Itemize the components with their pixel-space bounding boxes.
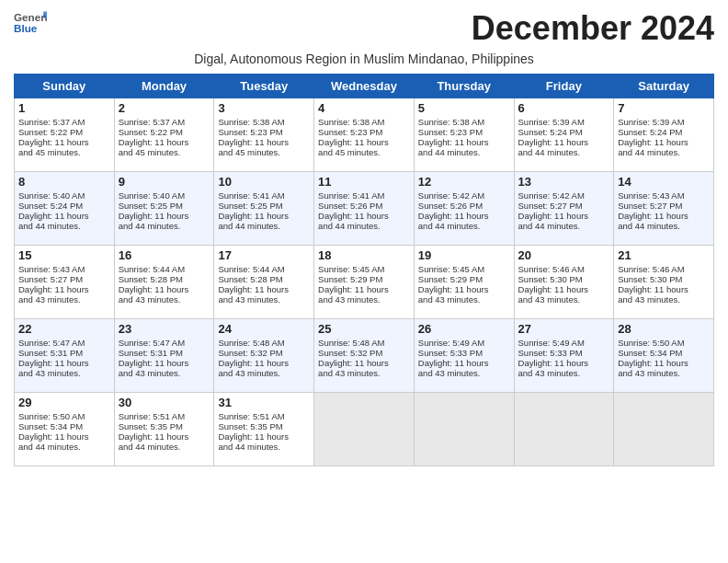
- month-title: December 2024: [472, 9, 714, 48]
- cell-text: and 44 minutes.: [18, 221, 110, 231]
- cell-text: Sunset: 5:22 PM: [18, 127, 110, 137]
- cell-text: Sunset: 5:25 PM: [119, 201, 210, 211]
- cell-text: and 43 minutes.: [218, 368, 310, 378]
- cell-text: Daylight: 11 hours: [218, 137, 310, 147]
- cell-text: Daylight: 11 hours: [518, 284, 610, 294]
- cell-text: Sunset: 5:28 PM: [218, 274, 310, 284]
- cell-text: Daylight: 11 hours: [318, 284, 410, 294]
- calendar-cell: 28Sunrise: 5:50 AMSunset: 5:34 PMDayligh…: [614, 319, 714, 393]
- cell-text: Sunrise: 5:40 AM: [18, 190, 110, 201]
- cell-text: Daylight: 11 hours: [119, 284, 210, 294]
- cell-text: and 43 minutes.: [218, 294, 310, 304]
- calendar-cell: 24Sunrise: 5:48 AMSunset: 5:32 PMDayligh…: [214, 319, 314, 393]
- day-number: 18: [318, 248, 410, 262]
- calendar-cell: 2Sunrise: 5:37 AMSunset: 5:22 PMDaylight…: [114, 98, 214, 172]
- calendar-header-row: SundayMondayTuesdayWednesdayThursdayFrid…: [15, 75, 714, 98]
- cell-text: and 44 minutes.: [119, 442, 210, 452]
- calendar-cell: 19Sunrise: 5:45 AMSunset: 5:29 PMDayligh…: [414, 246, 514, 319]
- cell-text: Daylight: 11 hours: [18, 431, 110, 442]
- svg-text:Blue: Blue: [14, 22, 38, 34]
- day-number: 2: [119, 101, 210, 115]
- calendar-cell: 17Sunrise: 5:44 AMSunset: 5:28 PMDayligh…: [214, 246, 314, 319]
- day-number: 27: [518, 322, 610, 336]
- cell-text: Sunrise: 5:39 AM: [618, 117, 710, 127]
- cell-text: Sunrise: 5:48 AM: [318, 338, 410, 348]
- cell-text: and 44 minutes.: [418, 221, 510, 231]
- cell-text: Daylight: 11 hours: [618, 211, 710, 221]
- day-number: 5: [418, 101, 510, 115]
- day-number: 12: [418, 175, 510, 189]
- cell-text: Sunrise: 5:51 AM: [218, 411, 310, 421]
- calendar-cell: 8Sunrise: 5:40 AMSunset: 5:24 PMDaylight…: [15, 172, 115, 246]
- day-number: 13: [518, 175, 610, 189]
- calendar-cell: 26Sunrise: 5:49 AMSunset: 5:33 PMDayligh…: [414, 319, 514, 393]
- calendar-week-row: 1Sunrise: 5:37 AMSunset: 5:22 PMDaylight…: [15, 98, 714, 172]
- day-number: 3: [218, 101, 310, 115]
- cell-text: Sunset: 5:30 PM: [618, 274, 710, 284]
- cell-text: Daylight: 11 hours: [318, 137, 410, 147]
- cell-text: and 45 minutes.: [318, 147, 410, 157]
- cell-text: Daylight: 11 hours: [119, 137, 210, 147]
- cell-text: Sunrise: 5:42 AM: [418, 190, 510, 201]
- page-subtitle: Digal, Autonomous Region in Muslim Minda…: [14, 52, 714, 66]
- cell-text: and 43 minutes.: [318, 294, 410, 304]
- day-header-monday: Monday: [114, 75, 214, 98]
- day-number: 8: [18, 175, 110, 189]
- cell-text: Sunrise: 5:40 AM: [119, 190, 210, 201]
- cell-text: and 43 minutes.: [119, 294, 210, 304]
- cell-text: and 44 minutes.: [518, 221, 610, 231]
- cell-text: Sunrise: 5:37 AM: [119, 117, 210, 127]
- cell-text: and 43 minutes.: [18, 368, 110, 378]
- cell-text: Sunset: 5:24 PM: [18, 201, 110, 211]
- calendar-week-row: 29Sunrise: 5:50 AMSunset: 5:34 PMDayligh…: [15, 393, 714, 466]
- cell-text: Sunrise: 5:42 AM: [518, 190, 610, 201]
- cell-text: Sunset: 5:32 PM: [218, 348, 310, 358]
- calendar-cell: 10Sunrise: 5:41 AMSunset: 5:25 PMDayligh…: [214, 172, 314, 246]
- day-number: 4: [318, 101, 410, 115]
- cell-text: Daylight: 11 hours: [218, 284, 310, 294]
- day-number: 30: [119, 396, 210, 409]
- day-number: 20: [518, 248, 610, 262]
- cell-text: Sunrise: 5:48 AM: [218, 338, 310, 348]
- calendar-week-row: 15Sunrise: 5:43 AMSunset: 5:27 PMDayligh…: [15, 246, 714, 319]
- cell-text: Sunrise: 5:43 AM: [618, 190, 710, 201]
- cell-text: Sunset: 5:26 PM: [318, 201, 410, 211]
- cell-text: and 45 minutes.: [218, 147, 310, 157]
- cell-text: Daylight: 11 hours: [119, 211, 210, 221]
- cell-text: Daylight: 11 hours: [318, 211, 410, 221]
- day-number: 21: [618, 248, 710, 262]
- cell-text: Daylight: 11 hours: [618, 358, 710, 368]
- calendar-cell: 13Sunrise: 5:42 AMSunset: 5:27 PMDayligh…: [514, 172, 614, 246]
- cell-text: Sunrise: 5:45 AM: [318, 264, 410, 274]
- cell-text: and 43 minutes.: [418, 368, 510, 378]
- day-number: 23: [119, 322, 210, 336]
- calendar-cell: 30Sunrise: 5:51 AMSunset: 5:35 PMDayligh…: [114, 393, 214, 466]
- cell-text: Sunrise: 5:44 AM: [218, 264, 310, 274]
- cell-text: and 44 minutes.: [318, 221, 410, 231]
- calendar-cell: 20Sunrise: 5:46 AMSunset: 5:30 PMDayligh…: [514, 246, 614, 319]
- calendar-week-row: 8Sunrise: 5:40 AMSunset: 5:24 PMDaylight…: [15, 172, 714, 246]
- calendar-cell: 12Sunrise: 5:42 AMSunset: 5:26 PMDayligh…: [414, 172, 514, 246]
- day-number: 9: [119, 175, 210, 189]
- calendar-cell: 27Sunrise: 5:49 AMSunset: 5:33 PMDayligh…: [514, 319, 614, 393]
- day-number: 17: [218, 248, 310, 262]
- calendar-cell: 21Sunrise: 5:46 AMSunset: 5:30 PMDayligh…: [614, 246, 714, 319]
- calendar-cell: 7Sunrise: 5:39 AMSunset: 5:24 PMDaylight…: [614, 98, 714, 172]
- cell-text: and 43 minutes.: [318, 368, 410, 378]
- cell-text: Sunrise: 5:50 AM: [18, 411, 110, 421]
- cell-text: Daylight: 11 hours: [119, 358, 210, 368]
- calendar-cell: 9Sunrise: 5:40 AMSunset: 5:25 PMDaylight…: [114, 172, 214, 246]
- cell-text: Sunset: 5:25 PM: [218, 201, 310, 211]
- calendar-cell: [614, 393, 714, 466]
- day-header-friday: Friday: [514, 75, 614, 98]
- cell-text: Sunset: 5:35 PM: [218, 421, 310, 431]
- day-header-tuesday: Tuesday: [214, 75, 314, 98]
- page-header: General Blue December 2024: [14, 9, 714, 48]
- cell-text: Daylight: 11 hours: [518, 211, 610, 221]
- calendar-cell: 15Sunrise: 5:43 AMSunset: 5:27 PMDayligh…: [15, 246, 115, 319]
- day-header-wednesday: Wednesday: [314, 75, 415, 98]
- cell-text: Daylight: 11 hours: [218, 358, 310, 368]
- cell-text: Sunset: 5:26 PM: [418, 201, 510, 211]
- cell-text: Sunrise: 5:41 AM: [218, 190, 310, 201]
- day-number: 26: [418, 322, 510, 336]
